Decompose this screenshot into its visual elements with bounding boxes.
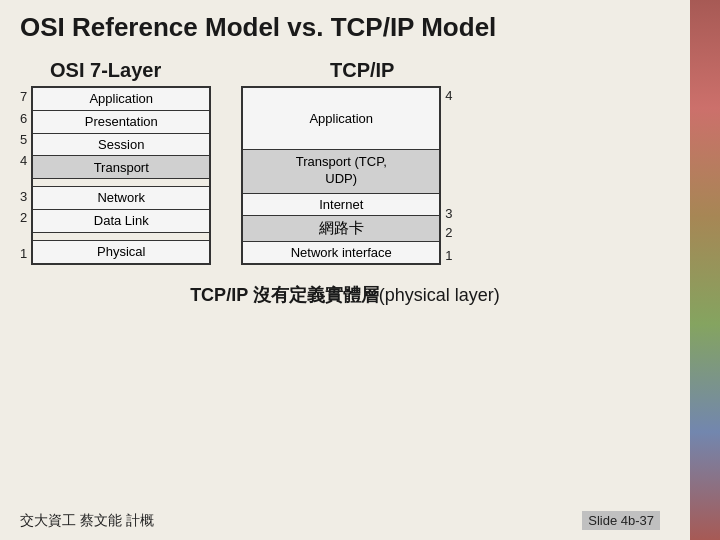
note-regular: (physical layer) <box>379 285 500 305</box>
osi-application-cell: Application <box>32 87 210 110</box>
osi-session-cell: Session <box>32 133 210 156</box>
osi-physical-cell: Physical <box>32 240 210 263</box>
footer: 交大資工 蔡文能 計概 Slide 4b-37 <box>20 511 660 530</box>
tcp-num-2: 2 <box>445 223 452 242</box>
table-row: Session <box>32 133 210 156</box>
osi-numbers-left: 7 6 5 4 3 2 1 <box>20 86 27 265</box>
osi-network-cell: Network <box>32 187 210 210</box>
table-row: 網路卡 <box>242 215 440 241</box>
table-row: Transport (TCP,UDP) <box>242 149 440 193</box>
osi-num-7: 7 <box>20 87 27 106</box>
note-text: TCP/IP 沒有定義實體層(physical layer) <box>20 283 670 307</box>
table-row: Presentation <box>32 110 210 133</box>
osi-num-4: 4 <box>20 151 27 170</box>
osi-table-wrapper: 7 6 5 4 3 2 1 Application Presentation S… <box>20 86 211 265</box>
footer-slide-number: Slide 4b-37 <box>582 511 660 530</box>
osi-num-5: 5 <box>20 130 27 149</box>
osi-num-3: 3 <box>20 187 27 206</box>
tcp-application-cell: Application <box>242 87 440 149</box>
table-row <box>32 232 210 240</box>
tcp-table: Application Transport (TCP,UDP) Internet… <box>241 86 441 265</box>
tcp-num-4: 4 <box>445 86 452 105</box>
osi-table: Application Presentation Session Transpo… <box>31 86 211 265</box>
page-title: OSI Reference Model vs. TCP/IP Model <box>20 12 670 43</box>
tcp-num-3: 3 <box>445 204 452 223</box>
decorative-right-bar <box>690 0 720 540</box>
tcp-netinterface-cell: Network interface <box>242 241 440 264</box>
tcp-netcard-cell: 網路卡 <box>242 215 440 241</box>
comparison-tables: 7 6 5 4 3 2 1 Application Presentation S… <box>20 86 670 265</box>
table-row: Data Link <box>32 209 210 232</box>
table-row: Internet <box>242 193 440 215</box>
tcp-column-header: TCP/IP <box>330 59 394 82</box>
note-bold: TCP/IP 沒有定義實體層 <box>190 285 379 305</box>
tcp-internet-cell: Internet <box>242 193 440 215</box>
osi-presentation-cell: Presentation <box>32 110 210 133</box>
table-row: Physical <box>32 240 210 263</box>
table-row: Network <box>32 187 210 210</box>
tcp-numbers-right: 4 3 2 1 <box>445 86 452 265</box>
tcp-num-1: 1 <box>445 246 452 265</box>
tcp-transport-cell: Transport (TCP,UDP) <box>242 149 440 193</box>
osi-transport-cell: Transport <box>32 156 210 179</box>
osi-num-1: 1 <box>20 244 27 263</box>
osi-datalink-cell: Data Link <box>32 209 210 232</box>
footer-institution: 交大資工 蔡文能 計概 <box>20 512 154 530</box>
osi-num-6: 6 <box>20 109 27 128</box>
table-row: Application <box>32 87 210 110</box>
osi-column-header: OSI 7-Layer <box>50 59 290 82</box>
table-row: Transport <box>32 156 210 179</box>
table-row <box>32 179 210 187</box>
tcp-table-wrapper: Application Transport (TCP,UDP) Internet… <box>241 86 452 265</box>
osi-num-2: 2 <box>20 208 27 227</box>
table-row: Network interface <box>242 241 440 264</box>
